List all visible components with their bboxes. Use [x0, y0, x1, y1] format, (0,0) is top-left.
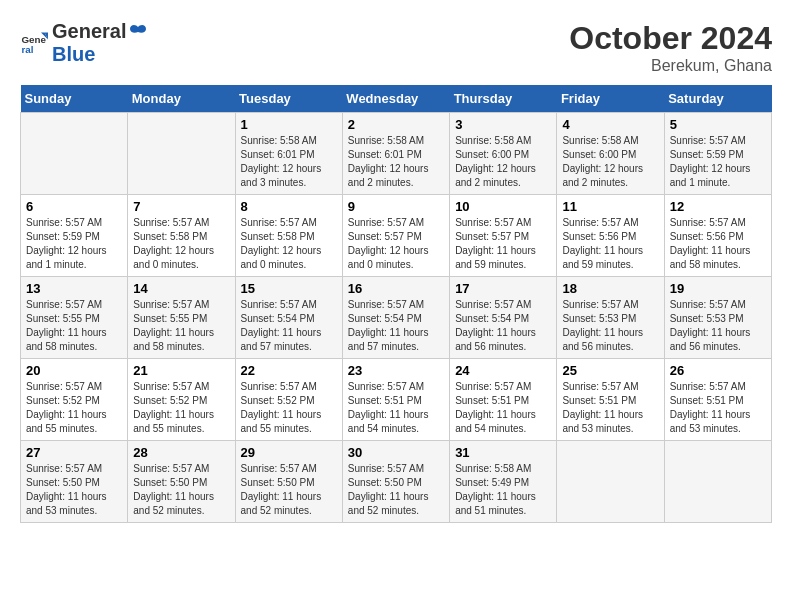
calendar-cell: 29Sunrise: 5:57 AM Sunset: 5:50 PM Dayli… [235, 441, 342, 523]
day-info: Sunrise: 5:57 AM Sunset: 5:54 PM Dayligh… [348, 298, 444, 354]
day-number: 20 [26, 363, 122, 378]
calendar-week-2: 6Sunrise: 5:57 AM Sunset: 5:59 PM Daylig… [21, 195, 772, 277]
day-info: Sunrise: 5:57 AM Sunset: 5:52 PM Dayligh… [26, 380, 122, 436]
calendar-cell [664, 441, 771, 523]
calendar-cell: 2Sunrise: 5:58 AM Sunset: 6:01 PM Daylig… [342, 113, 449, 195]
day-info: Sunrise: 5:57 AM Sunset: 5:54 PM Dayligh… [241, 298, 337, 354]
day-number: 28 [133, 445, 229, 460]
calendar-week-5: 27Sunrise: 5:57 AM Sunset: 5:50 PM Dayli… [21, 441, 772, 523]
calendar-cell: 3Sunrise: 5:58 AM Sunset: 6:00 PM Daylig… [450, 113, 557, 195]
day-info: Sunrise: 5:57 AM Sunset: 5:50 PM Dayligh… [241, 462, 337, 518]
weekday-row: SundayMondayTuesdayWednesdayThursdayFrid… [21, 85, 772, 113]
calendar-cell: 30Sunrise: 5:57 AM Sunset: 5:50 PM Dayli… [342, 441, 449, 523]
day-info: Sunrise: 5:57 AM Sunset: 5:51 PM Dayligh… [455, 380, 551, 436]
day-info: Sunrise: 5:57 AM Sunset: 5:53 PM Dayligh… [562, 298, 658, 354]
day-info: Sunrise: 5:58 AM Sunset: 6:00 PM Dayligh… [455, 134, 551, 190]
day-number: 2 [348, 117, 444, 132]
day-info: Sunrise: 5:57 AM Sunset: 5:56 PM Dayligh… [670, 216, 766, 272]
calendar-week-1: 1Sunrise: 5:58 AM Sunset: 6:01 PM Daylig… [21, 113, 772, 195]
day-number: 12 [670, 199, 766, 214]
day-number: 16 [348, 281, 444, 296]
calendar-cell: 5Sunrise: 5:57 AM Sunset: 5:59 PM Daylig… [664, 113, 771, 195]
day-number: 27 [26, 445, 122, 460]
day-info: Sunrise: 5:57 AM Sunset: 5:54 PM Dayligh… [455, 298, 551, 354]
weekday-header-wednesday: Wednesday [342, 85, 449, 113]
calendar-cell [21, 113, 128, 195]
day-number: 11 [562, 199, 658, 214]
calendar-week-3: 13Sunrise: 5:57 AM Sunset: 5:55 PM Dayli… [21, 277, 772, 359]
day-number: 18 [562, 281, 658, 296]
calendar-cell [128, 113, 235, 195]
day-number: 7 [133, 199, 229, 214]
calendar-cell: 10Sunrise: 5:57 AM Sunset: 5:57 PM Dayli… [450, 195, 557, 277]
weekday-header-friday: Friday [557, 85, 664, 113]
calendar-cell: 13Sunrise: 5:57 AM Sunset: 5:55 PM Dayli… [21, 277, 128, 359]
day-number: 5 [670, 117, 766, 132]
calendar-cell: 12Sunrise: 5:57 AM Sunset: 5:56 PM Dayli… [664, 195, 771, 277]
day-info: Sunrise: 5:57 AM Sunset: 5:52 PM Dayligh… [241, 380, 337, 436]
weekday-header-monday: Monday [128, 85, 235, 113]
calendar-cell: 21Sunrise: 5:57 AM Sunset: 5:52 PM Dayli… [128, 359, 235, 441]
svg-text:ral: ral [21, 44, 33, 55]
day-number: 9 [348, 199, 444, 214]
day-number: 6 [26, 199, 122, 214]
day-info: Sunrise: 5:57 AM Sunset: 5:52 PM Dayligh… [133, 380, 229, 436]
logo: Gene ral General Blue [20, 20, 148, 66]
calendar-cell: 14Sunrise: 5:57 AM Sunset: 5:55 PM Dayli… [128, 277, 235, 359]
day-number: 29 [241, 445, 337, 460]
day-info: Sunrise: 5:57 AM Sunset: 5:57 PM Dayligh… [348, 216, 444, 272]
calendar-cell: 27Sunrise: 5:57 AM Sunset: 5:50 PM Dayli… [21, 441, 128, 523]
calendar-cell: 28Sunrise: 5:57 AM Sunset: 5:50 PM Dayli… [128, 441, 235, 523]
calendar-cell: 4Sunrise: 5:58 AM Sunset: 6:00 PM Daylig… [557, 113, 664, 195]
day-info: Sunrise: 5:58 AM Sunset: 6:01 PM Dayligh… [241, 134, 337, 190]
calendar-cell: 20Sunrise: 5:57 AM Sunset: 5:52 PM Dayli… [21, 359, 128, 441]
day-info: Sunrise: 5:57 AM Sunset: 5:59 PM Dayligh… [26, 216, 122, 272]
day-number: 17 [455, 281, 551, 296]
calendar-cell: 9Sunrise: 5:57 AM Sunset: 5:57 PM Daylig… [342, 195, 449, 277]
day-info: Sunrise: 5:57 AM Sunset: 5:50 PM Dayligh… [26, 462, 122, 518]
month-title: October 2024 [569, 20, 772, 57]
calendar-cell: 24Sunrise: 5:57 AM Sunset: 5:51 PM Dayli… [450, 359, 557, 441]
weekday-header-tuesday: Tuesday [235, 85, 342, 113]
day-info: Sunrise: 5:57 AM Sunset: 5:55 PM Dayligh… [26, 298, 122, 354]
day-number: 26 [670, 363, 766, 378]
day-info: Sunrise: 5:57 AM Sunset: 5:51 PM Dayligh… [562, 380, 658, 436]
calendar-cell: 17Sunrise: 5:57 AM Sunset: 5:54 PM Dayli… [450, 277, 557, 359]
calendar-header: SundayMondayTuesdayWednesdayThursdayFrid… [21, 85, 772, 113]
weekday-header-sunday: Sunday [21, 85, 128, 113]
title-block: October 2024 Berekum, Ghana [569, 20, 772, 75]
day-number: 8 [241, 199, 337, 214]
calendar-cell: 15Sunrise: 5:57 AM Sunset: 5:54 PM Dayli… [235, 277, 342, 359]
logo-blue: Blue [52, 43, 148, 66]
logo-general: General [52, 20, 126, 43]
calendar-cell: 8Sunrise: 5:57 AM Sunset: 5:58 PM Daylig… [235, 195, 342, 277]
day-number: 10 [455, 199, 551, 214]
calendar-cell [557, 441, 664, 523]
calendar-cell: 18Sunrise: 5:57 AM Sunset: 5:53 PM Dayli… [557, 277, 664, 359]
calendar-cell: 26Sunrise: 5:57 AM Sunset: 5:51 PM Dayli… [664, 359, 771, 441]
day-number: 25 [562, 363, 658, 378]
day-number: 3 [455, 117, 551, 132]
day-info: Sunrise: 5:57 AM Sunset: 5:51 PM Dayligh… [670, 380, 766, 436]
day-number: 4 [562, 117, 658, 132]
day-info: Sunrise: 5:57 AM Sunset: 5:58 PM Dayligh… [133, 216, 229, 272]
calendar-cell: 25Sunrise: 5:57 AM Sunset: 5:51 PM Dayli… [557, 359, 664, 441]
day-info: Sunrise: 5:57 AM Sunset: 5:59 PM Dayligh… [670, 134, 766, 190]
day-number: 1 [241, 117, 337, 132]
calendar-body: 1Sunrise: 5:58 AM Sunset: 6:01 PM Daylig… [21, 113, 772, 523]
day-number: 30 [348, 445, 444, 460]
calendar-cell: 11Sunrise: 5:57 AM Sunset: 5:56 PM Dayli… [557, 195, 664, 277]
day-info: Sunrise: 5:57 AM Sunset: 5:57 PM Dayligh… [455, 216, 551, 272]
day-info: Sunrise: 5:58 AM Sunset: 5:49 PM Dayligh… [455, 462, 551, 518]
calendar-week-4: 20Sunrise: 5:57 AM Sunset: 5:52 PM Dayli… [21, 359, 772, 441]
calendar-cell: 7Sunrise: 5:57 AM Sunset: 5:58 PM Daylig… [128, 195, 235, 277]
day-number: 13 [26, 281, 122, 296]
logo-icon: Gene ral [20, 29, 48, 57]
day-info: Sunrise: 5:58 AM Sunset: 6:00 PM Dayligh… [562, 134, 658, 190]
day-number: 21 [133, 363, 229, 378]
calendar-cell: 1Sunrise: 5:58 AM Sunset: 6:01 PM Daylig… [235, 113, 342, 195]
day-number: 15 [241, 281, 337, 296]
day-info: Sunrise: 5:58 AM Sunset: 6:01 PM Dayligh… [348, 134, 444, 190]
calendar-table: SundayMondayTuesdayWednesdayThursdayFrid… [20, 85, 772, 523]
day-info: Sunrise: 5:57 AM Sunset: 5:53 PM Dayligh… [670, 298, 766, 354]
